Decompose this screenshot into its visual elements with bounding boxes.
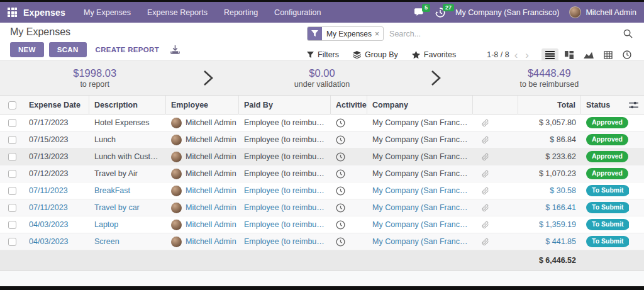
- row-checkbox[interactable]: [8, 170, 16, 178]
- row-checkbox[interactable]: [8, 238, 16, 246]
- status-badge: To Submit: [586, 202, 629, 213]
- activity-clock-icon[interactable]: [331, 203, 367, 213]
- company-switcher[interactable]: My Company (San Francisco): [455, 8, 559, 17]
- table-footer: $ 6,446.52: [0, 250, 644, 271]
- table-row[interactable]: 04/03/2023 Laptop Mitchell Admin Employe…: [0, 216, 644, 233]
- group-by-button[interactable]: Group By: [353, 50, 398, 59]
- status-cell: To Submit: [581, 185, 629, 196]
- company-cell: My Company (San Francisco): [367, 203, 473, 212]
- expense-date-cell: 07/11/2023: [24, 186, 89, 195]
- row-checkbox[interactable]: [8, 187, 16, 195]
- expense-date-cell: 07/11/2023: [24, 203, 89, 212]
- column-header-description[interactable]: Description: [89, 96, 166, 114]
- navbar-menu-my-expenses[interactable]: My Expenses: [77, 4, 138, 21]
- kanban-view-button[interactable]: [561, 48, 577, 62]
- pivot-view-button[interactable]: [600, 48, 616, 62]
- expense-date-cell: 07/17/2023: [24, 118, 89, 127]
- column-header-employee[interactable]: Employee: [166, 96, 239, 114]
- create-report-button[interactable]: CREATE REPORT: [92, 42, 163, 57]
- description-cell: Lunch: [89, 135, 166, 144]
- scan-button[interactable]: SCAN: [49, 42, 87, 57]
- view-switcher: [541, 48, 635, 62]
- employee-avatar: [171, 237, 182, 247]
- apps-menu-icon[interactable]: [8, 8, 17, 17]
- pager-range[interactable]: 1-8 / 8: [487, 50, 509, 59]
- download-button[interactable]: [168, 44, 182, 55]
- row-checkbox[interactable]: [8, 221, 16, 229]
- row-checkbox[interactable]: [8, 136, 16, 144]
- table-row[interactable]: 07/12/2023 Travel by Air Mitchell Admin …: [0, 165, 644, 182]
- activity-clock-icon[interactable]: [331, 237, 367, 247]
- pager-next-icon[interactable]: ›: [523, 50, 531, 60]
- activities-button[interactable]: 27: [435, 8, 445, 18]
- total-cell: $ 3,057.80: [518, 118, 581, 127]
- layers-icon: [353, 51, 361, 59]
- stat-to-report[interactable]: $1998.03 to report: [0, 67, 189, 89]
- table-row[interactable]: 07/17/2023 Hotel Expenses Mitchell Admin…: [0, 114, 644, 131]
- status-badge: Approved: [586, 134, 628, 145]
- optional-columns-icon[interactable]: [629, 96, 644, 114]
- status-badge: Approved: [586, 151, 628, 162]
- table-row[interactable]: 07/13/2023 Lunch with Customer Mitchell …: [0, 148, 644, 165]
- app-name[interactable]: Expenses: [23, 8, 65, 18]
- employee-cell: Mitchell Admin: [166, 152, 239, 162]
- navbar-menu-expense-reports[interactable]: Expense Reports: [140, 4, 214, 21]
- row-checkbox[interactable]: [8, 204, 16, 212]
- graph-view-button[interactable]: [580, 48, 597, 62]
- navbar-menu-configuration[interactable]: Configuration: [267, 4, 328, 21]
- new-button[interactable]: NEW: [10, 42, 44, 57]
- stat-to-be-reimbursed[interactable]: $4448.49 to be reimbursed: [455, 67, 644, 89]
- table-header: Expense Date Description Employee Paid B…: [0, 96, 644, 114]
- column-header-company[interactable]: Company: [367, 96, 473, 114]
- status-badge: Approved: [586, 117, 628, 128]
- activity-clock-icon[interactable]: [331, 135, 367, 145]
- row-checkbox[interactable]: [8, 153, 16, 161]
- expense-date-cell: 07/15/2023: [24, 135, 89, 144]
- activity-clock-icon[interactable]: [331, 118, 367, 128]
- user-menu[interactable]: Mitchell Admin: [569, 6, 636, 18]
- activity-clock-icon[interactable]: [331, 169, 367, 179]
- pager-previous-icon[interactable]: ‹: [512, 50, 521, 60]
- facet-remove-icon[interactable]: ×: [375, 30, 383, 38]
- employee-avatar: [171, 135, 182, 145]
- status-cell: To Submit: [581, 219, 629, 230]
- column-header-expense-date[interactable]: Expense Date: [24, 96, 89, 114]
- employee-cell: Mitchell Admin: [166, 118, 239, 128]
- activity-clock-icon[interactable]: [331, 186, 367, 196]
- select-all-checkbox[interactable]: [8, 101, 16, 109]
- column-header-total[interactable]: Total: [518, 96, 581, 114]
- stat-under-validation[interactable]: $0.00 under validation: [227, 67, 416, 89]
- activity-view-button[interactable]: [619, 48, 635, 62]
- funnel-icon: [307, 52, 314, 59]
- employee-avatar: [171, 203, 182, 213]
- user-name: Mitchell Admin: [586, 8, 636, 17]
- activity-clock-icon[interactable]: [331, 152, 367, 162]
- expense-summary: $1998.03 to report $0.00 under validatio…: [0, 60, 644, 96]
- employee-avatar: [171, 152, 182, 162]
- table-body: 07/17/2023 Hotel Expenses Mitchell Admin…: [0, 114, 644, 250]
- table-row[interactable]: 04/03/2023 Screen Mitchell Admin Employe…: [0, 233, 644, 250]
- total-cell: $ 30.58: [518, 186, 581, 195]
- row-checkbox[interactable]: [8, 119, 16, 127]
- navbar-menu-reporting[interactable]: Reporting: [217, 4, 265, 21]
- column-header-paid-by[interactable]: Paid By: [239, 96, 331, 114]
- column-header-status[interactable]: Status: [581, 96, 629, 114]
- user-avatar: [569, 6, 581, 18]
- search-icon[interactable]: [621, 28, 635, 40]
- paperclip-icon: [473, 238, 518, 246]
- messages-count-badge: 5: [422, 4, 430, 12]
- employee-cell: Mitchell Admin: [166, 186, 239, 196]
- column-header-activities[interactable]: Activities: [331, 96, 367, 114]
- table-row[interactable]: 07/11/2023 BreakFast Mitchell Admin Empl…: [0, 182, 644, 199]
- employee-cell: Mitchell Admin: [166, 237, 239, 247]
- favorites-button[interactable]: Favorites: [412, 50, 456, 59]
- filters-button[interactable]: Filters: [307, 50, 339, 59]
- table-row[interactable]: 07/15/2023 Lunch Mitchell Admin Employee…: [0, 131, 644, 148]
- table-row[interactable]: 07/11/2023 Travel by car Mitchell Admin …: [0, 199, 644, 216]
- search-facet[interactable]: My Expenses ×: [307, 26, 384, 41]
- search-input[interactable]: [389, 30, 621, 38]
- activity-clock-icon[interactable]: [331, 220, 367, 230]
- messages-button[interactable]: 5: [414, 8, 425, 17]
- description-cell: Laptop: [89, 220, 166, 229]
- list-view-button[interactable]: [541, 48, 558, 62]
